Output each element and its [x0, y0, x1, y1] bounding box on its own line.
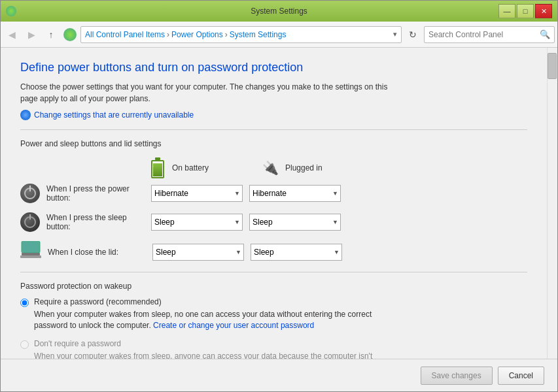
minimize-button[interactable]: — [498, 4, 515, 18]
sleep-button-label: When I press the sleep button: [46, 213, 151, 231]
no-password-radio[interactable] [20, 340, 29, 349]
refresh-button[interactable]: ↻ [404, 26, 421, 43]
svg-rect-2 [20, 255, 41, 258]
sleep-plugged-select[interactable]: Do nothing Sleep Hibernate Shut down [249, 214, 341, 231]
sleep-plugged-select-wrapper[interactable]: Do nothing Sleep Hibernate Shut down [249, 214, 341, 231]
search-icon: 🔍 [540, 29, 550, 39]
page-desc-line2: page apply to all of your power plans. [20, 94, 150, 103]
section2-title: Password protection on wakeup [20, 282, 527, 291]
lid-battery-select[interactable]: Do nothing Sleep Hibernate Shut down [152, 244, 244, 261]
page-desc-line1: Choose the power settings that you want … [20, 82, 387, 91]
divider-1 [20, 129, 527, 130]
content-area: Define power buttons and turn on passwor… [1, 48, 547, 391]
close-button[interactable]: ✕ [535, 4, 552, 18]
scrollbar-track[interactable] [547, 48, 557, 391]
power-battery-select-wrapper[interactable]: Do nothing Sleep Hibernate Shut down [151, 185, 243, 202]
require-password-desc: When your computer wakes from sleep, no … [34, 309, 374, 331]
require-password-label: Require a password (recommended) When yo… [20, 297, 527, 331]
title-bar: System Settings — □ ✕ [1, 1, 557, 22]
cancel-button[interactable]: Cancel [498, 367, 544, 385]
lid-battery-select-wrapper[interactable]: Do nothing Sleep Hibernate Shut down [152, 244, 244, 261]
up-button[interactable]: ↑ [43, 26, 60, 43]
bottom-bar: Save changes Cancel [1, 359, 557, 391]
sleep-battery-select-wrapper[interactable]: Do nothing Sleep Hibernate Shut down [151, 214, 243, 231]
battery-column-header: On battery [151, 157, 256, 178]
page-title: Define power buttons and turn on passwor… [20, 61, 527, 74]
power-button-label: When I press the power button: [46, 184, 151, 203]
path-dropdown-icon[interactable]: ▾ [393, 30, 397, 39]
battery-col-label: On battery [172, 163, 209, 172]
search-box[interactable]: 🔍 [424, 26, 555, 43]
window-controls: — □ ✕ [498, 4, 552, 18]
power-battery-select[interactable]: Do nothing Sleep Hibernate Shut down [151, 185, 243, 202]
folder-icon [63, 28, 77, 41]
power-plugged-select[interactable]: Do nothing Sleep Hibernate Shut down [249, 185, 341, 202]
pluggedin-col-label: Plugged in [285, 163, 323, 172]
power-button-icon [20, 184, 40, 203]
battery-fill [153, 163, 162, 176]
sleep-button-row: When I press the sleep button: Do nothin… [20, 212, 527, 232]
path-current[interactable]: System Settings [230, 30, 287, 39]
lid-row: When I close the lid: Do nothing Sleep H… [20, 241, 527, 263]
sleep-button-icon [20, 212, 40, 232]
power-table-header: On battery 🔌 Plugged in [20, 157, 527, 178]
lid-plugged-select[interactable]: Do nothing Sleep Hibernate Shut down [251, 244, 342, 261]
address-path[interactable]: All Control Panel Items › Power Options … [80, 26, 402, 43]
require-password-text: Require a password (recommended) When yo… [34, 297, 374, 331]
maximize-button[interactable]: □ [517, 4, 534, 18]
require-password-radio[interactable] [20, 299, 29, 307]
globe-icon [20, 110, 31, 120]
path-mid[interactable]: Power Options [171, 30, 223, 39]
forward-button[interactable]: ▶ [23, 26, 40, 43]
svg-rect-0 [22, 241, 40, 253]
lid-plugged-select-wrapper[interactable]: Do nothing Sleep Hibernate Shut down [251, 244, 342, 261]
pluggedin-column-header: 🔌 Plugged in [262, 160, 367, 176]
path-root[interactable]: All Control Panel Items [85, 30, 165, 39]
lid-label: When I close the lid: [48, 248, 152, 257]
save-changes-button[interactable]: Save changes [421, 367, 493, 385]
plug-icon: 🔌 [262, 160, 279, 176]
app-icon [6, 6, 16, 16]
back-button[interactable]: ◀ [3, 26, 20, 43]
title-bar-left [6, 6, 16, 16]
require-password-title: Require a password (recommended) [34, 297, 374, 306]
sleep-battery-select[interactable]: Do nothing Sleep Hibernate Shut down [151, 214, 243, 231]
battery-icon-container [151, 157, 164, 178]
scrollbar-thumb[interactable] [548, 53, 557, 79]
require-password-option: Require a password (recommended) When yo… [20, 297, 527, 331]
change-settings-row: Change settings that are currently unava… [20, 110, 527, 120]
power-button-row: When I press the power button: Do nothin… [20, 184, 527, 203]
divider-2 [20, 272, 527, 272]
window-title: System Settings [251, 7, 307, 16]
svg-rect-1 [22, 253, 40, 255]
section1-title: Power and sleep buttons and lid settings [20, 139, 527, 148]
window: System Settings — □ ✕ ◀ ▶ ↑ All Control … [0, 0, 558, 392]
power-plugged-select-wrapper[interactable]: Do nothing Sleep Hibernate Shut down [249, 185, 341, 202]
lid-icon [20, 241, 41, 263]
battery-body [151, 160, 164, 178]
page-desc: Choose the power settings that you want … [20, 81, 413, 105]
search-input[interactable] [428, 30, 540, 39]
change-settings-link[interactable]: Change settings that are currently unava… [34, 110, 194, 120]
no-password-title: Don't require a password [34, 339, 374, 348]
address-bar: ◀ ▶ ↑ All Control Panel Items › Power Op… [1, 22, 557, 48]
content-wrapper: Define power buttons and turn on passwor… [1, 48, 557, 391]
account-password-link[interactable]: Create or change your user account passw… [153, 321, 314, 330]
